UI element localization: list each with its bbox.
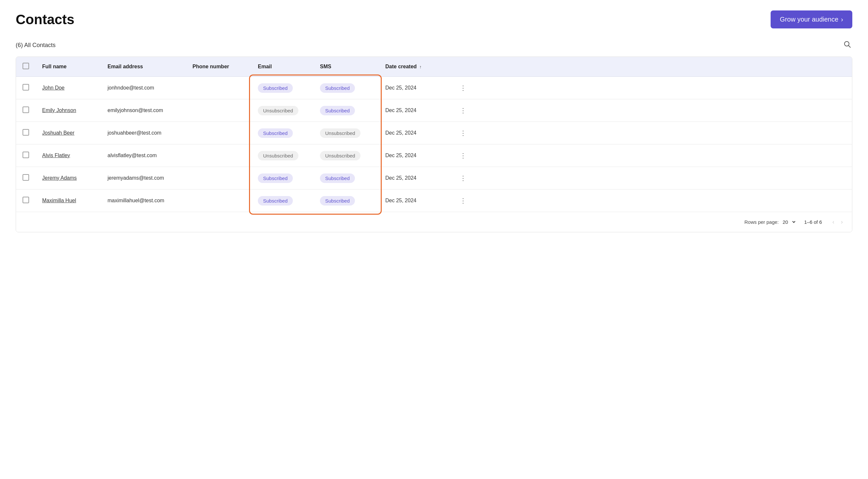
next-page-button[interactable]: › bbox=[838, 217, 845, 227]
toolbar: (6) All Contacts bbox=[16, 39, 852, 51]
sms-status-cell: Subscribed bbox=[313, 99, 379, 122]
date-created-cell: Dec 25, 2024 bbox=[379, 167, 451, 190]
sms-status-cell: Subscribed bbox=[313, 167, 379, 190]
phone-cell bbox=[186, 190, 251, 212]
email-status-cell: Subscribed bbox=[251, 167, 313, 190]
email-status-badge: Subscribed bbox=[258, 128, 293, 138]
contact-name-cell: Joshuah Beer bbox=[36, 122, 101, 145]
contact-name-link[interactable]: Jeremy Adams bbox=[42, 175, 77, 181]
sms-status-badge: Unsubscribed bbox=[320, 151, 361, 160]
contact-name-cell: Emily Johnson bbox=[36, 99, 101, 122]
table-row: Jeremy Adamsjeremyadams@test.comSubscrib… bbox=[16, 167, 852, 190]
checkbox-header bbox=[16, 57, 36, 77]
row-checkbox[interactable] bbox=[23, 106, 29, 113]
more-actions-button[interactable]: ⋮ bbox=[457, 195, 469, 206]
row-checkbox-cell bbox=[16, 190, 36, 212]
email-status-cell: Unsubscribed bbox=[251, 145, 313, 167]
contacts-table-container: Full name Email address Phone number Ema… bbox=[16, 57, 852, 232]
col-header-sms-status: SMS bbox=[313, 57, 379, 77]
pagination-info: 1–6 of 6 bbox=[804, 219, 822, 225]
email-status-cell: Subscribed bbox=[251, 77, 313, 99]
email-status-badge: Unsubscribed bbox=[258, 106, 299, 115]
email-status-cell: Subscribed bbox=[251, 122, 313, 145]
contact-name-cell: Jeremy Adams bbox=[36, 167, 101, 190]
more-actions-cell: ⋮ bbox=[451, 77, 852, 99]
email-address-cell: alvisflatley@test.com bbox=[101, 145, 186, 167]
phone-cell bbox=[186, 167, 251, 190]
page-title: Contacts bbox=[16, 12, 74, 27]
col-header-email-address: Email address bbox=[101, 57, 186, 77]
more-actions-button[interactable]: ⋮ bbox=[457, 83, 469, 93]
date-created-cell: Dec 25, 2024 bbox=[379, 190, 451, 212]
row-checkbox-cell bbox=[16, 167, 36, 190]
email-address-cell: jonhndoe@test.com bbox=[101, 77, 186, 99]
contact-name-link[interactable]: John Doe bbox=[42, 85, 65, 91]
grow-audience-button[interactable]: Grow your audience › bbox=[771, 10, 852, 28]
sms-status-badge: Subscribed bbox=[320, 173, 355, 183]
rows-per-page-select[interactable]: 20 50 100 bbox=[781, 219, 797, 225]
contact-name-link[interactable]: Emily Johnson bbox=[42, 107, 76, 113]
table-footer: Rows per page: 20 50 100 1–6 of 6 ‹ › bbox=[16, 212, 852, 232]
row-checkbox-cell bbox=[16, 99, 36, 122]
row-checkbox[interactable] bbox=[23, 84, 29, 91]
email-status-cell: Subscribed bbox=[251, 190, 313, 212]
sms-status-badge: Unsubscribed bbox=[320, 128, 361, 138]
svg-line-1 bbox=[849, 46, 851, 48]
contact-name-cell: Maximilla Huel bbox=[36, 190, 101, 212]
search-icon bbox=[843, 41, 851, 50]
row-checkbox[interactable] bbox=[23, 152, 29, 158]
row-checkbox[interactable] bbox=[23, 129, 29, 136]
col-header-name: Full name bbox=[36, 57, 101, 77]
more-actions-cell: ⋮ bbox=[451, 122, 852, 145]
search-button[interactable] bbox=[842, 39, 852, 51]
email-status-cell: Unsubscribed bbox=[251, 99, 313, 122]
more-actions-button[interactable]: ⋮ bbox=[457, 173, 469, 183]
contact-name-cell: John Doe bbox=[36, 77, 101, 99]
email-status-badge: Subscribed bbox=[258, 173, 293, 183]
row-checkbox-cell bbox=[16, 145, 36, 167]
phone-cell bbox=[186, 99, 251, 122]
more-actions-cell: ⋮ bbox=[451, 167, 852, 190]
date-created-cell: Dec 25, 2024 bbox=[379, 77, 451, 99]
phone-cell bbox=[186, 145, 251, 167]
prev-page-button[interactable]: ‹ bbox=[830, 217, 837, 227]
email-status-badge: Unsubscribed bbox=[258, 151, 299, 160]
contact-name-link[interactable]: Joshuah Beer bbox=[42, 130, 74, 136]
date-created-cell: Dec 25, 2024 bbox=[379, 122, 451, 145]
table-row: Maximilla Huelmaximillahuel@test.comSubs… bbox=[16, 190, 852, 212]
row-checkbox-cell bbox=[16, 122, 36, 145]
more-actions-cell: ⋮ bbox=[451, 145, 852, 167]
phone-cell bbox=[186, 77, 251, 99]
date-created-cell: Dec 25, 2024 bbox=[379, 145, 451, 167]
email-status-badge: Subscribed bbox=[258, 196, 293, 205]
select-all-checkbox[interactable] bbox=[23, 63, 29, 69]
page-header: Contacts Grow your audience › bbox=[16, 10, 852, 28]
more-actions-button[interactable]: ⋮ bbox=[457, 150, 469, 161]
table-row: Joshuah Beerjoshuahbeer@test.comSubscrib… bbox=[16, 122, 852, 145]
email-address-cell: jeremyadams@test.com bbox=[101, 167, 186, 190]
col-header-actions bbox=[451, 57, 852, 77]
arrow-icon: › bbox=[841, 16, 843, 23]
email-status-badge: Subscribed bbox=[258, 83, 293, 93]
row-checkbox[interactable] bbox=[23, 197, 29, 203]
row-checkbox-cell bbox=[16, 77, 36, 99]
col-header-date-created[interactable]: Date created ↑ bbox=[379, 57, 451, 77]
rows-per-page-label: Rows per page: bbox=[744, 219, 779, 225]
date-created-cell: Dec 25, 2024 bbox=[379, 99, 451, 122]
col-header-phone: Phone number bbox=[186, 57, 251, 77]
table-header-row: Full name Email address Phone number Ema… bbox=[16, 57, 852, 77]
row-checkbox[interactable] bbox=[23, 174, 29, 181]
table-row: John Doejonhndoe@test.comSubscribedSubsc… bbox=[16, 77, 852, 99]
table-row: Alvis Flatleyalvisflatley@test.comUnsubs… bbox=[16, 145, 852, 167]
sms-status-badge: Subscribed bbox=[320, 83, 355, 93]
contact-name-link[interactable]: Maximilla Huel bbox=[42, 198, 76, 203]
contacts-table: Full name Email address Phone number Ema… bbox=[16, 57, 852, 212]
sms-status-cell: Subscribed bbox=[313, 77, 379, 99]
more-actions-button[interactable]: ⋮ bbox=[457, 105, 469, 116]
sms-status-cell: Subscribed bbox=[313, 190, 379, 212]
contacts-count-label: (6) All Contacts bbox=[16, 42, 56, 49]
contact-name-link[interactable]: Alvis Flatley bbox=[42, 153, 70, 158]
more-actions-button[interactable]: ⋮ bbox=[457, 128, 469, 138]
email-address-cell: joshuahbeer@test.com bbox=[101, 122, 186, 145]
table-row: Emily Johnsonemilyjohnson@test.comUnsubs… bbox=[16, 99, 852, 122]
